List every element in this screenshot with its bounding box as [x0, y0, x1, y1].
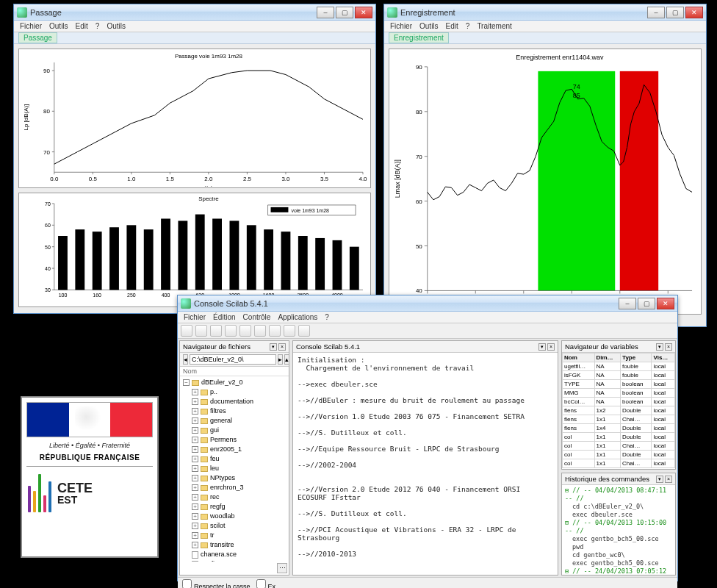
unpin-icon[interactable]: ▾	[656, 343, 663, 351]
menu-fichier[interactable]: Fichier	[390, 22, 412, 30]
close-button[interactable]: ✕	[355, 7, 372, 18]
tab-enregistrement[interactable]: Enregistrement	[389, 32, 449, 43]
svg-text:60: 60	[416, 198, 422, 205]
svg-rect-46	[229, 220, 239, 290]
folder-item[interactable]: +transitre	[181, 540, 287, 550]
folder-item[interactable]: +rec	[181, 492, 287, 502]
minimize-button[interactable]: –	[619, 298, 636, 309]
folder-item[interactable]: +documentation	[181, 397, 287, 406]
history-list[interactable]: ⊟ // -- 04/04/2013 08:47:11 -- //cd c:\d…	[562, 485, 675, 575]
address-input[interactable]	[190, 354, 276, 365]
tab-passage[interactable]: Passage	[18, 32, 57, 43]
menu-edit[interactable]: Edit	[76, 22, 88, 30]
regex-checkbox[interactable]: Ex…	[256, 579, 283, 588]
folder-item[interactable]: +scilot	[181, 521, 287, 531]
table-row[interactable]: col1x1Doublelocal	[563, 433, 675, 442]
case-checkbox[interactable]: Respecter la casse	[182, 579, 251, 588]
file-filter-button[interactable]: ⋯	[277, 563, 287, 573]
menubar[interactable]: Fichier Outils Edit ? Traitement	[384, 21, 706, 32]
menubar[interactable]: Fichier Édition Contrôle Applications ?	[178, 312, 677, 323]
folder-item[interactable]: +filtres	[181, 406, 287, 416]
svg-rect-75	[271, 207, 289, 212]
tool-pref-icon[interactable]	[269, 325, 281, 337]
menu-controle[interactable]: Contrôle	[243, 313, 271, 321]
back-icon[interactable]: ◂	[183, 354, 188, 365]
menu-applications[interactable]: Applications	[278, 313, 317, 321]
folder-item[interactable]: +gui	[181, 426, 287, 435]
folder-item[interactable]: +tr	[181, 531, 287, 540]
folder-item[interactable]: +feu	[181, 454, 287, 464]
table-row[interactable]: col1x1Chai…local	[563, 459, 675, 468]
table-row[interactable]: isFGKNAfoublelocal	[563, 371, 675, 380]
window-title: Enregistrement	[400, 8, 455, 17]
maximize-button[interactable]: ▢	[638, 298, 655, 309]
minimize-button[interactable]: –	[317, 7, 334, 18]
menu-help[interactable]: ?	[466, 22, 470, 30]
table-row[interactable]: flens1x4Doublelocal	[563, 424, 675, 433]
folder-item[interactable]: +p..	[181, 387, 287, 397]
scilab-window: Console Scilab 5.4.1 – ▢ ✕ Fichier Éditi…	[177, 295, 678, 581]
menubar[interactable]: Fichier Outils Edit ? Outils	[14, 21, 375, 32]
menu-outils[interactable]: Outils	[49, 22, 68, 30]
titlebar[interactable]: Passage – ▢ ✕	[14, 4, 375, 21]
maximize-button[interactable]: ▢	[666, 7, 684, 18]
maximize-button[interactable]: ▢	[336, 7, 353, 18]
folder-item[interactable]: +Permens	[181, 435, 287, 445]
menu-help[interactable]: ?	[96, 22, 100, 30]
menu-fichier[interactable]: Fichier	[20, 22, 42, 30]
variable-table[interactable]: NomDim…TypeVis…ugetfil…NAfoublelocalisFG…	[562, 353, 675, 469]
republique-name: RÉPUBLIQUE FRANÇAISE	[26, 453, 153, 462]
folder-item[interactable]: +enr2005_1	[181, 445, 287, 454]
tool-help-icon[interactable]	[298, 325, 310, 337]
table-row[interactable]: col1x1Chai…local	[563, 442, 675, 451]
unpin-icon[interactable]: ▾	[656, 476, 663, 483]
menu-outils[interactable]: Outils	[419, 22, 439, 30]
tool-paste-icon[interactable]	[225, 325, 237, 337]
console-output[interactable]: Initialisation : Chargement de l'environ…	[293, 353, 558, 575]
go-icon[interactable]: ▸	[278, 354, 283, 365]
menu-fichier[interactable]: Fichier	[184, 313, 206, 321]
titlebar[interactable]: Enregistrement – ▢ ✕	[384, 4, 706, 21]
up-icon[interactable]: ▴	[284, 354, 289, 365]
close-panel-icon[interactable]: ×	[665, 343, 672, 351]
menu-outils2[interactable]: Outils	[107, 22, 126, 30]
close-panel-icon[interactable]: ×	[278, 343, 286, 351]
tool-print-icon[interactable]	[239, 325, 251, 337]
file-list[interactable]: −dBEuler_v2_0+p..+documentation+filtres+…	[180, 376, 289, 562]
close-panel-icon[interactable]: ×	[665, 476, 672, 483]
tool-atoms-icon[interactable]	[284, 325, 295, 337]
close-button[interactable]: ✕	[657, 298, 674, 309]
tool-run-icon[interactable]	[254, 325, 266, 337]
minimize-button[interactable]: –	[647, 7, 665, 18]
titlebar[interactable]: Console Scilab 5.4.1 – ▢ ✕	[178, 295, 677, 312]
svg-text:40: 40	[45, 266, 51, 271]
folder-item[interactable]: +general	[181, 416, 287, 426]
menu-edition[interactable]: Édition	[213, 313, 236, 321]
table-row[interactable]: bcCol…NAbooleanlocal	[563, 398, 675, 406]
unpin-icon[interactable]: ▾	[538, 343, 546, 351]
menu-traitement[interactable]: Traitement	[477, 22, 511, 30]
menu-help[interactable]: ?	[325, 313, 329, 321]
tool-copy-icon[interactable]	[210, 325, 222, 337]
folder-item[interactable]: +woodlab	[181, 512, 287, 521]
table-row[interactable]: flens1x2Doublelocal	[563, 406, 675, 415]
svg-text:3.5: 3.5	[320, 176, 329, 182]
folder-item[interactable]: +NPtypes	[181, 473, 287, 483]
table-row[interactable]: col1x1Doublelocal	[563, 451, 675, 459]
svg-text:90: 90	[43, 68, 50, 74]
table-row[interactable]: TYPENAbooleanlocal	[563, 380, 675, 389]
close-panel-icon[interactable]: ×	[547, 343, 555, 351]
toolbar[interactable]	[178, 323, 677, 339]
close-button[interactable]: ✕	[685, 7, 703, 18]
table-row[interactable]: flens1x1Chai…local	[563, 415, 675, 424]
folder-item[interactable]: +regfg	[181, 502, 287, 512]
file-item[interactable]: chanera.sce	[181, 550, 287, 559]
table-row[interactable]: MMGNAbooleanlocal	[563, 389, 675, 398]
table-row[interactable]: ugetfil…NAfoublelocal	[563, 362, 675, 371]
menu-edit[interactable]: Edit	[446, 22, 458, 30]
tool-cut-icon[interactable]	[195, 325, 207, 337]
tool-open-icon[interactable]	[181, 325, 192, 337]
folder-item[interactable]: +enrchron_3	[181, 483, 287, 492]
unpin-icon[interactable]: ▾	[270, 343, 277, 351]
folder-item[interactable]: +leu	[181, 464, 287, 473]
